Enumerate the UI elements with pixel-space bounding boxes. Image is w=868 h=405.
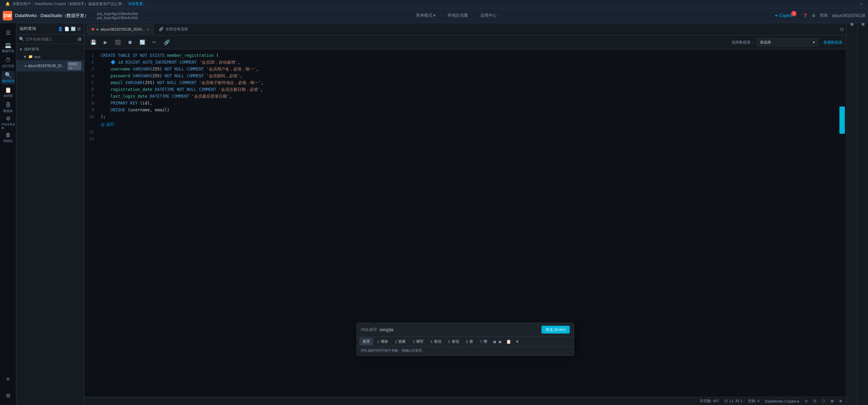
nav-item-menu[interactable]: ☰ bbox=[1, 26, 15, 39]
suggestion-num-3: 3 bbox=[413, 340, 415, 344]
line-num-1: 1 bbox=[84, 52, 98, 59]
status-action-icon-2[interactable]: ⊡ bbox=[813, 399, 816, 403]
suggestion-label-6: 曾 bbox=[469, 339, 473, 344]
editor-tab-workflow[interactable]: 🔗 全部业务流程 bbox=[155, 25, 192, 34]
suggestion-item-3[interactable]: 3 增写 bbox=[410, 338, 426, 345]
link-button[interactable]: 🔗 bbox=[162, 37, 171, 47]
nav-item-settings[interactable]: ⚙ bbox=[1, 389, 15, 402]
account-name2: pai_kujzr8go19bkvku5dz bbox=[97, 16, 138, 20]
nav-item-bottom1[interactable]: ≡ bbox=[1, 372, 15, 386]
file-item[interactable]: ● aliyun3819378138_2024_12_10_09_21_32 我… bbox=[16, 60, 84, 71]
datasource-select[interactable]: 请选择 ▾ bbox=[757, 38, 818, 46]
suggestion-label-1: 增加 bbox=[381, 339, 388, 344]
nav-item-query[interactable]: 🔍 临时查询 bbox=[1, 71, 15, 84]
nav-tab-simple[interactable]: 简单模式 ▾ bbox=[411, 11, 441, 20]
format-button[interactable]: ⬛ bbox=[113, 37, 122, 47]
suggestion-label-4: 曾佳 bbox=[434, 339, 441, 344]
filter-icon[interactable]: ⊟ bbox=[78, 37, 81, 42]
suggestion-item-7[interactable]: 7 增 bbox=[477, 338, 490, 345]
status-action-icon-5[interactable]: ⊕ bbox=[839, 399, 842, 403]
nav-label-history: 运行历史 bbox=[2, 64, 14, 68]
ai-input-field[interactable] bbox=[380, 327, 539, 332]
expand-down-icon[interactable]: ▼ bbox=[514, 339, 521, 345]
nav-next-icon[interactable]: ▶ bbox=[498, 339, 503, 345]
status-action-icon-1[interactable]: ⊙ bbox=[805, 399, 808, 403]
tab-close-icon[interactable]: × bbox=[147, 27, 149, 31]
nav-item-workflow[interactable]: ⚙ 手动业务流程 bbox=[1, 116, 15, 129]
nav-item-dev[interactable]: 💻 数据开发 bbox=[1, 41, 15, 54]
run-inline-button[interactable]: ⊙ 运行 bbox=[101, 122, 114, 127]
nav-tab-cross[interactable]: 跨项目克隆 bbox=[442, 11, 473, 20]
suggestion-item-2[interactable]: 2 曾家 bbox=[392, 338, 408, 345]
nav-item-recycle[interactable]: 🗑 回收站 bbox=[1, 131, 15, 144]
save-button[interactable]: 💾 bbox=[88, 37, 98, 47]
sidebar: 临时查询 👤 📄 🔄 ⊟ 🔍 ⊟ ▼ 临时查询 ▼ 📁 test bbox=[16, 23, 84, 405]
sidebar-section-header[interactable]: ▼ 临时查询 bbox=[16, 45, 84, 53]
banner-link[interactable]: 详情查看。 bbox=[128, 1, 147, 6]
copy-icon[interactable]: 📋 bbox=[505, 339, 513, 345]
settings-icon[interactable]: ⚙ bbox=[812, 13, 816, 18]
help-icon[interactable]: ❓ bbox=[803, 13, 808, 18]
expand-icon: ≡ bbox=[6, 376, 10, 382]
cut-button[interactable]: ✂ bbox=[150, 37, 159, 47]
logo-area: DW DataWorks · DataStudio（数据开发） bbox=[3, 11, 89, 20]
editor-tab-active[interactable]: ● aliyun3819378138_2024... × bbox=[87, 25, 153, 34]
nav-item-table[interactable]: 📋 表管理 bbox=[1, 86, 15, 99]
status-action-icon-3[interactable]: ⬡ bbox=[822, 399, 825, 403]
code-line-4: 4 password VARCHAR(255) NOT NULL COMMENT… bbox=[84, 72, 846, 79]
line-num-9: 9 bbox=[84, 107, 98, 113]
dropdown-icon: ▾ bbox=[813, 40, 815, 45]
search-input[interactable] bbox=[26, 37, 77, 41]
logo-icon: DW bbox=[3, 11, 12, 20]
suggestion-item-4[interactable]: 4 曾佳 bbox=[428, 338, 444, 345]
sidebar-user-icon[interactable]: 👤 bbox=[58, 27, 63, 31]
new-datasource-button[interactable]: 新建数据源 bbox=[823, 40, 842, 45]
folder-item-test[interactable]: ▼ 📁 test bbox=[16, 53, 84, 60]
status-position: 行 11, 列 1 bbox=[724, 399, 742, 404]
suggestion-num-2: 2 bbox=[395, 340, 397, 344]
char-count-label: 字符数: 447 bbox=[700, 399, 719, 404]
workflow-tab-icon: 🔗 bbox=[159, 27, 164, 31]
code-editor[interactable]: 1 CREATE TABLE IF NOT EXISTS member_regi… bbox=[84, 49, 846, 397]
stop-button[interactable]: ⏹ bbox=[125, 37, 135, 47]
sidebar-new-icon[interactable]: 📄 bbox=[64, 27, 69, 31]
suggestion-item-6[interactable]: 6 曾 bbox=[463, 338, 476, 345]
folder-icon: 📁 bbox=[28, 54, 33, 59]
line-content-6: registration_date DATETIME NOT NULL COMM… bbox=[98, 86, 263, 93]
nav-prev-icon[interactable]: ◀ bbox=[491, 339, 497, 345]
lang-label[interactable]: 简体 bbox=[820, 13, 828, 18]
file-name: aliyun3819378138_2024_12_10_09_21_32 bbox=[28, 64, 65, 68]
account-name: pai_kujzr8go19bkvku5dz bbox=[97, 12, 138, 16]
position-label: 行 11, 列 1 bbox=[724, 399, 742, 404]
nav-item-history[interactable]: ⏱ 运行历史 bbox=[1, 56, 15, 69]
code-line-13: 13 bbox=[84, 135, 846, 142]
line-content-8: PRIMARY KEY (id), bbox=[98, 100, 152, 107]
accept-button[interactable]: 接受 bbox=[360, 338, 373, 345]
run-button[interactable]: ▶ bbox=[101, 37, 110, 47]
run-circle-icon: ⊙ bbox=[101, 122, 105, 127]
tab-expand-icon[interactable]: ⊡ bbox=[840, 27, 844, 32]
status-action-icon-4[interactable]: ⊠ bbox=[831, 399, 834, 403]
version-panel: 版本 bbox=[857, 23, 868, 405]
banner-close[interactable]: × bbox=[861, 2, 863, 6]
line-content-3: username VARCHAR(255) NOT NULL COMMENT '… bbox=[98, 66, 258, 72]
banner-text: 亲爱的用户：DataWorks Copilot（智能助手）诚邀您参加产品公测： bbox=[12, 1, 126, 6]
suggestion-item-5[interactable]: 5 曾佳 bbox=[446, 338, 462, 345]
nav-label-table: 表管理 bbox=[3, 94, 13, 98]
main-toolbar: DW DataWorks · DataStudio（数据开发） pai_kujz… bbox=[0, 8, 868, 23]
nav-tab-ops[interactable]: 运维中心 bbox=[475, 11, 502, 20]
status-char-count: 字符数: 447 bbox=[700, 399, 719, 404]
line-content-2: 🔷 id BIGINT AUTO_INCREMENT COMMENT '会员ID… bbox=[98, 59, 240, 66]
section-title: 临时查询 bbox=[24, 47, 39, 52]
suggestion-item-1[interactable]: 1 增加 bbox=[374, 338, 391, 345]
ai-suggestion-row: 接受 1 增加 2 曾家 3 增写 4 曾佳 bbox=[357, 336, 574, 346]
refresh-button[interactable]: 🔄 bbox=[137, 37, 147, 47]
copilot-button[interactable]: ✦ Copilot 3 bbox=[774, 13, 799, 18]
nav-item-datasource[interactable]: 🗄 数据源 bbox=[1, 101, 15, 114]
ai-send-button[interactable]: 发送 (Enter) bbox=[541, 326, 570, 334]
suggestion-num-7: 7 bbox=[480, 340, 482, 344]
sidebar-refresh-icon[interactable]: 🔄 bbox=[71, 27, 76, 31]
properties-panel: 属性 bbox=[846, 23, 857, 405]
line-num-2: 2 bbox=[84, 59, 98, 66]
sidebar-settings-icon[interactable]: ⊟ bbox=[77, 27, 81, 31]
